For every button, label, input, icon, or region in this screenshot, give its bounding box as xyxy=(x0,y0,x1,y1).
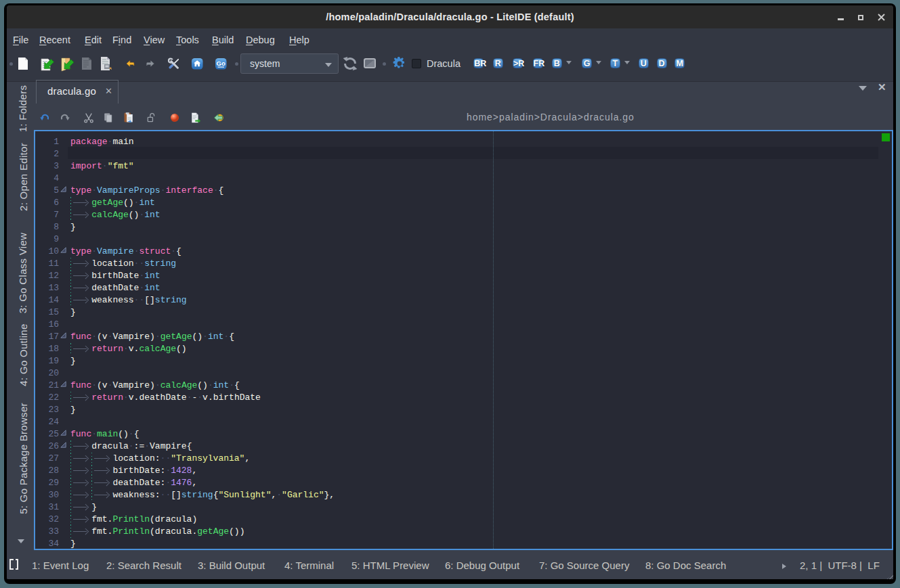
svg-text:Go: Go xyxy=(217,60,226,67)
